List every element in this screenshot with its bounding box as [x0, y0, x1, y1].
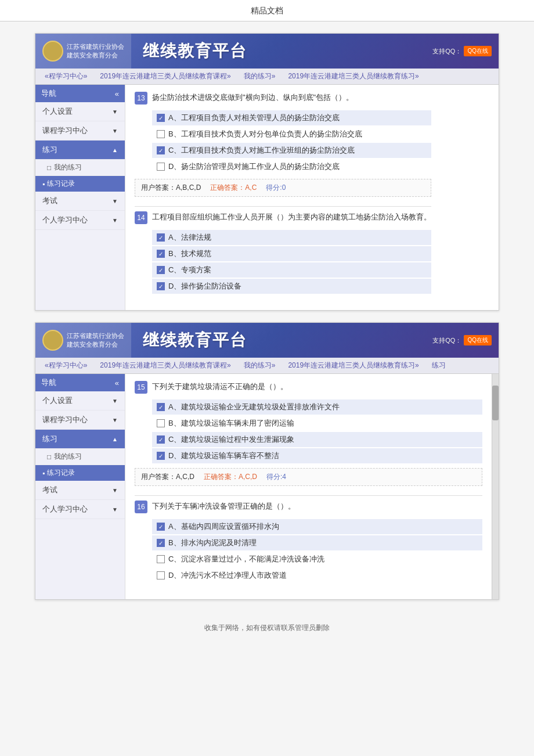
checkbox-15-c[interactable] — [157, 435, 165, 444]
sidebar-item-study-center-2[interactable]: 个人学习中心 ▼ — [35, 500, 125, 519]
nav-tab-1-2[interactable]: 我的练习» — [238, 69, 282, 84]
sidebar-sub-my-exercise-2[interactable]: □ 我的练习 — [35, 449, 125, 465]
sidebar-item-personal-settings-1[interactable]: 个人设置 ▼ — [35, 102, 125, 121]
scrollbar-thumb-2[interactable] — [492, 386, 499, 420]
score-13: 得分:0 — [266, 183, 286, 193]
sidebar-item-exam-1[interactable]: 考试 ▼ — [35, 192, 125, 211]
browser-window-2: 江苏省建筑行业协会 建筑安全教育分会 继续教育平台 支持QQ： QQ在线 «程学… — [35, 322, 499, 600]
option-14-a: A、法律法规 — [152, 230, 431, 245]
nav-tab-1-3[interactable]: 2019年连云港建培三类人员继续教育练习» — [282, 69, 424, 84]
option-16-c: C、沉淀水容量过过小，不能满足冲洗设备冲洗 — [152, 552, 482, 567]
arrow-study-2: ▼ — [112, 506, 118, 513]
header-bar-2: 江苏省建筑行业协会 建筑安全教育分会 继续教育平台 支持QQ： QQ在线 — [35, 323, 499, 358]
checkbox-14-a[interactable] — [157, 233, 165, 242]
nav-tab-2-2[interactable]: 我的练习» — [238, 358, 282, 373]
arrow-exercise-1: ▲ — [112, 147, 118, 153]
option-13-a: A、工程项目负责人对相关管理人员的扬尘防治交底 — [152, 110, 431, 125]
option-15-d: D、建筑垃圾运输车辆车容不整洁 — [152, 448, 482, 463]
org-name-2-2: 建筑安全教育分会 — [67, 340, 124, 349]
sidebar-item-exercise-1[interactable]: 练习 ▲ — [35, 141, 125, 160]
org-name-2-1: 江苏省建筑行业协会 — [67, 332, 124, 340]
nav-tabs-bar-1: «程学习中心» 2019年连云港建培三类人员继续教育课程» 我的练习» 2019… — [35, 69, 499, 85]
nav-tab-2-0[interactable]: «程学习中心» — [39, 358, 93, 373]
arrow-personal-1: ▼ — [112, 109, 118, 115]
checkbox-13-c[interactable] — [157, 146, 165, 154]
collapse-icon-2[interactable]: « — [115, 379, 119, 387]
checkbox-15-d[interactable] — [157, 452, 165, 460]
nav-tab-1-0[interactable]: «程学习中心» — [39, 69, 93, 84]
arrow-exercise-2: ▲ — [112, 436, 118, 442]
options-list-14: A、法律法规 B、技术规范 C、专项方案 — [152, 230, 431, 294]
score-15: 得分:4 — [266, 472, 286, 482]
option-13-b: B、工程项目技术负责人对分包单位负责人的扬尘防治交底 — [152, 127, 431, 142]
sidebar-item-course-center-1[interactable]: 课程学习中心 ▼ — [35, 121, 125, 141]
checkbox-16-a[interactable] — [157, 523, 165, 531]
divider-1 — [135, 206, 431, 207]
nav-tabs-bar-2: «程学习中心» 2019年连云港建培三类人员继续教育课程» 我的练习» 2019… — [35, 358, 499, 374]
sidebar-2: 导航 « 个人设置 ▼ 课程学习中心 ▼ 练习 ▲ □ 我的练习 — [35, 374, 125, 599]
nav-tab-2-4[interactable]: 练习 — [426, 358, 452, 373]
nav-tab-2-1[interactable]: 2019年连云港建培三类人员继续教育课程» — [94, 358, 236, 373]
sidebar-item-course-center-2[interactable]: 课程学习中心 ▼ — [35, 411, 125, 430]
question-text-15: 下列关于建筑垃圾清运不正确的是（）。 — [152, 381, 288, 393]
question-text-14: 工程项目部应组织施工作业人员开展（）为主要内容的建筑工地扬尘防治入场教育。 — [152, 211, 431, 224]
sidebar-selected-records-2[interactable]: ▪ 练习记录 — [35, 465, 125, 481]
doc-icon-2: □ — [47, 453, 51, 461]
option-16-d: D、冲洗污水不经过净理人市政管道 — [152, 568, 482, 583]
checkbox-16-b[interactable] — [157, 539, 165, 547]
main-layout-1: 导航 « 个人设置 ▼ 课程学习中心 ▼ 练习 ▲ □ 我的练习 — [35, 85, 499, 310]
qq-button-2[interactable]: QQ在线 — [464, 335, 492, 345]
option-16-b: B、排水沟内泥泥及时清理 — [152, 535, 482, 550]
question-block-15: 15 下列关于建筑垃圾清运不正确的是（）。 A、建筑垃圾运输企业无建筑垃圾处置排… — [135, 381, 482, 486]
sidebar-header-2: 导航 « — [35, 374, 125, 391]
checkbox-14-c[interactable] — [157, 266, 165, 274]
correct-answer-15: 正确答案：A,C,D — [204, 472, 257, 482]
checkbox-13-b[interactable] — [157, 130, 165, 138]
nav-tab-2-3[interactable]: 2019年连云港建培三类人员继续教育练习» — [282, 358, 424, 373]
qq-button-1[interactable]: QQ在线 — [464, 46, 492, 56]
options-list-16: A、基础内四周应设置循环排水沟 B、排水沟内泥泥及时清理 C、沉淀水容量过过小，… — [152, 519, 482, 583]
platform-title-1: 继续教育平台 — [131, 34, 432, 69]
checkbox-13-a[interactable] — [157, 114, 165, 122]
platform-title-2: 继续教育平台 — [131, 323, 432, 358]
answer-row-13: 用户答案：A,B,C,D 正确答案：A,C 得分:0 — [135, 179, 431, 197]
sidebar-item-personal-settings-2[interactable]: 个人设置 ▼ — [35, 391, 125, 411]
sidebar-sub-my-exercise-1[interactable]: □ 我的练习 — [35, 160, 125, 176]
option-13-d: D、扬尘防治管理员对施工作业人员的扬尘防治交底 — [152, 159, 431, 174]
option-14-b: B、技术规范 — [152, 246, 431, 261]
arrow-exam-2: ▼ — [112, 487, 118, 494]
checkbox-13-d[interactable] — [157, 163, 165, 171]
question-number-14: 14 — [135, 211, 147, 224]
checkbox-15-a[interactable] — [157, 403, 165, 411]
question-block-16: 16 下列关于车辆冲洗设备管理正确的是（）。 A、基础内四周应设置循环排水沟 B… — [135, 501, 482, 583]
sidebar-selected-records-1[interactable]: ▪ 练习记录 — [35, 176, 125, 192]
sidebar-item-study-center-1[interactable]: 个人学习中心 ▼ — [35, 211, 125, 230]
doc-icon-1: □ — [47, 164, 51, 172]
checkbox-16-c[interactable] — [157, 555, 165, 563]
logo-section-1: 江苏省建筑行业协会 建筑安全教育分会 — [35, 34, 131, 69]
scrollbar-2[interactable] — [492, 374, 499, 599]
options-list-13: A、工程项目负责人对相关管理人员的扬尘防治交底 B、工程项目技术负责人对分包单位… — [152, 110, 431, 174]
org-name-1: 江苏省建筑行业协会 — [67, 42, 124, 51]
checkbox-16-d[interactable] — [157, 571, 165, 579]
checkbox-14-d[interactable] — [157, 282, 165, 290]
page-footer: 收集于网络，如有侵权请联系管理员删除 — [35, 611, 499, 639]
browser-window-1: 江苏省建筑行业协会 建筑安全教育分会 继续教育平台 支持QQ： QQ在线 «程学… — [35, 33, 499, 311]
sidebar-item-exam-2[interactable]: 考试 ▼ — [35, 481, 125, 500]
user-answer-13: 用户答案：A,B,C,D — [141, 183, 201, 193]
sidebar-1: 导航 « 个人设置 ▼ 课程学习中心 ▼ 练习 ▲ □ 我的练习 — [35, 85, 125, 310]
checkbox-15-b[interactable] — [157, 419, 165, 427]
option-14-c: C、专项方案 — [152, 262, 431, 278]
question-number-13: 13 — [135, 92, 147, 105]
arrow-course-1: ▼ — [112, 128, 118, 134]
logo-icon-2 — [42, 330, 63, 351]
checkbox-14-b[interactable] — [157, 250, 165, 258]
sidebar-item-exercise-2[interactable]: 练习 ▲ — [35, 430, 125, 449]
divider-2 — [135, 495, 482, 496]
option-16-a: A、基础内四周应设置循环排水沟 — [152, 519, 482, 534]
question-block-14: 14 工程项目部应组织施工作业人员开展（）为主要内容的建筑工地扬尘防治入场教育。… — [135, 211, 431, 294]
nav-tab-1-1[interactable]: 2019年连云港建培三类人员继续教育课程» — [94, 69, 236, 84]
option-15-b: B、建筑垃圾运输车辆未用了密闭运输 — [152, 416, 482, 431]
collapse-icon-1[interactable]: « — [115, 89, 119, 98]
logo-section-2: 江苏省建筑行业协会 建筑安全教育分会 — [35, 323, 131, 358]
